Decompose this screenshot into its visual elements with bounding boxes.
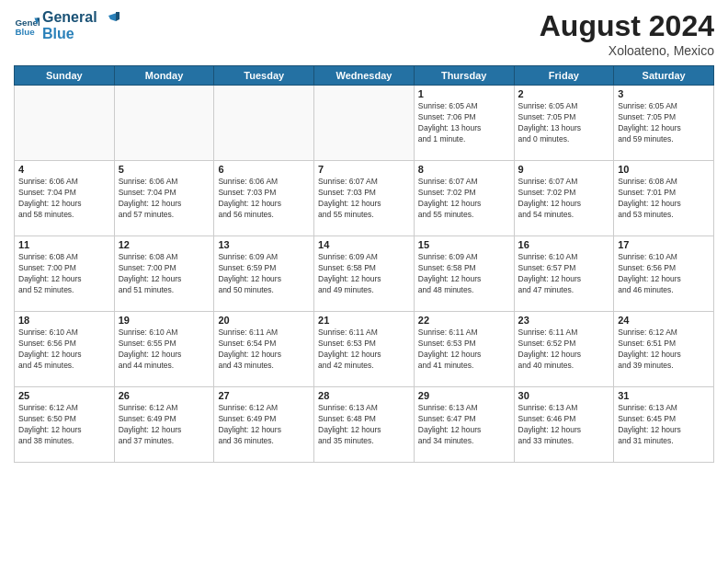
day-number: 22 bbox=[418, 315, 510, 326]
day-number: 6 bbox=[218, 164, 310, 175]
day-info: Sunrise: 6:09 AM Sunset: 6:58 PM Dayligh… bbox=[318, 252, 410, 296]
calendar-cell: 8Sunrise: 6:07 AM Sunset: 7:02 PM Daylig… bbox=[414, 161, 514, 236]
day-info: Sunrise: 6:07 AM Sunset: 7:02 PM Dayligh… bbox=[518, 177, 610, 221]
day-number: 7 bbox=[318, 164, 410, 175]
logo-blue: Blue bbox=[42, 26, 97, 42]
calendar-cell bbox=[214, 86, 314, 161]
day-info: Sunrise: 6:08 AM Sunset: 7:01 PM Dayligh… bbox=[618, 177, 710, 221]
day-info: Sunrise: 6:13 AM Sunset: 6:46 PM Dayligh… bbox=[518, 403, 610, 447]
day-info: Sunrise: 6:12 AM Sunset: 6:50 PM Dayligh… bbox=[18, 403, 110, 447]
day-info: Sunrise: 6:13 AM Sunset: 6:47 PM Dayligh… bbox=[418, 403, 510, 447]
day-number: 29 bbox=[418, 390, 510, 401]
calendar-week-2: 4Sunrise: 6:06 AM Sunset: 7:04 PM Daylig… bbox=[15, 161, 714, 236]
day-number: 9 bbox=[518, 164, 610, 175]
day-number: 30 bbox=[518, 390, 610, 401]
calendar-cell: 25Sunrise: 6:12 AM Sunset: 6:50 PM Dayli… bbox=[15, 387, 115, 463]
calendar-cell: 29Sunrise: 6:13 AM Sunset: 6:47 PM Dayli… bbox=[414, 387, 514, 463]
day-number: 16 bbox=[518, 239, 610, 250]
th-friday: Friday bbox=[514, 66, 614, 86]
day-info: Sunrise: 6:11 AM Sunset: 6:53 PM Dayligh… bbox=[418, 327, 510, 372]
day-number: 12 bbox=[119, 239, 210, 250]
calendar-cell bbox=[15, 86, 115, 161]
calendar-cell: 4Sunrise: 6:06 AM Sunset: 7:04 PM Daylig… bbox=[15, 161, 115, 236]
calendar-cell: 7Sunrise: 6:07 AM Sunset: 7:03 PM Daylig… bbox=[314, 161, 415, 236]
calendar-cell: 17Sunrise: 6:10 AM Sunset: 6:56 PM Dayli… bbox=[614, 236, 714, 312]
calendar-cell: 5Sunrise: 6:06 AM Sunset: 7:04 PM Daylig… bbox=[114, 161, 214, 236]
logo-bird-icon bbox=[99, 12, 119, 32]
calendar-week-3: 11Sunrise: 6:08 AM Sunset: 7:00 PM Dayli… bbox=[15, 236, 714, 312]
calendar-cell: 19Sunrise: 6:10 AM Sunset: 6:55 PM Dayli… bbox=[114, 312, 214, 387]
calendar-cell: 9Sunrise: 6:07 AM Sunset: 7:02 PM Daylig… bbox=[514, 161, 614, 236]
day-info: Sunrise: 6:08 AM Sunset: 7:00 PM Dayligh… bbox=[18, 252, 110, 296]
calendar-cell: 27Sunrise: 6:12 AM Sunset: 6:49 PM Dayli… bbox=[214, 387, 314, 463]
th-wednesday: Wednesday bbox=[314, 66, 415, 86]
calendar-week-4: 18Sunrise: 6:10 AM Sunset: 6:56 PM Dayli… bbox=[15, 312, 714, 387]
calendar-cell: 28Sunrise: 6:13 AM Sunset: 6:48 PM Dayli… bbox=[314, 387, 415, 463]
calendar-cell: 16Sunrise: 6:10 AM Sunset: 6:57 PM Dayli… bbox=[514, 236, 614, 312]
day-number: 11 bbox=[18, 239, 110, 250]
logo-icon: General Blue bbox=[14, 13, 40, 39]
calendar-cell: 26Sunrise: 6:12 AM Sunset: 6:49 PM Dayli… bbox=[114, 387, 214, 463]
day-number: 24 bbox=[618, 315, 710, 326]
logo-general: General bbox=[42, 9, 97, 26]
day-info: Sunrise: 6:09 AM Sunset: 6:58 PM Dayligh… bbox=[418, 252, 510, 296]
day-number: 13 bbox=[218, 239, 310, 250]
days-row: Sunday Monday Tuesday Wednesday Thursday… bbox=[15, 66, 714, 86]
svg-text:Blue: Blue bbox=[15, 26, 35, 36]
calendar-table: Sunday Monday Tuesday Wednesday Thursday… bbox=[14, 65, 714, 463]
calendar-cell: 12Sunrise: 6:08 AM Sunset: 7:00 PM Dayli… bbox=[114, 236, 214, 312]
calendar-cell: 10Sunrise: 6:08 AM Sunset: 7:01 PM Dayli… bbox=[614, 161, 714, 236]
calendar-container: General Blue General Blue August 2024 Xo… bbox=[0, 0, 728, 563]
day-number: 10 bbox=[618, 164, 710, 175]
day-number: 23 bbox=[518, 315, 610, 326]
day-number: 1 bbox=[418, 88, 510, 99]
day-info: Sunrise: 6:11 AM Sunset: 6:52 PM Dayligh… bbox=[518, 327, 610, 372]
day-number: 4 bbox=[18, 164, 110, 175]
calendar-cell: 21Sunrise: 6:11 AM Sunset: 6:53 PM Dayli… bbox=[314, 312, 415, 387]
day-number: 3 bbox=[618, 88, 710, 99]
day-number: 31 bbox=[618, 390, 710, 401]
day-number: 15 bbox=[418, 239, 510, 250]
header: General Blue General Blue August 2024 Xo… bbox=[14, 9, 714, 58]
day-number: 14 bbox=[318, 239, 410, 250]
calendar-week-5: 25Sunrise: 6:12 AM Sunset: 6:50 PM Dayli… bbox=[15, 387, 714, 463]
day-info: Sunrise: 6:11 AM Sunset: 6:53 PM Dayligh… bbox=[318, 327, 410, 372]
svg-marker-5 bbox=[116, 12, 119, 21]
calendar-cell: 14Sunrise: 6:09 AM Sunset: 6:58 PM Dayli… bbox=[314, 236, 415, 312]
calendar-cell: 20Sunrise: 6:11 AM Sunset: 6:54 PM Dayli… bbox=[214, 312, 314, 387]
day-info: Sunrise: 6:05 AM Sunset: 7:05 PM Dayligh… bbox=[518, 101, 610, 145]
logo: General Blue General Blue bbox=[14, 9, 119, 41]
day-info: Sunrise: 6:05 AM Sunset: 7:06 PM Dayligh… bbox=[418, 101, 510, 145]
day-number: 5 bbox=[119, 164, 210, 175]
day-info: Sunrise: 6:11 AM Sunset: 6:54 PM Dayligh… bbox=[218, 327, 310, 372]
calendar-cell: 30Sunrise: 6:13 AM Sunset: 6:46 PM Dayli… bbox=[514, 387, 614, 463]
day-number: 18 bbox=[18, 315, 110, 326]
day-number: 21 bbox=[318, 315, 410, 326]
day-info: Sunrise: 6:12 AM Sunset: 6:49 PM Dayligh… bbox=[119, 403, 210, 447]
calendar-cell: 3Sunrise: 6:05 AM Sunset: 7:05 PM Daylig… bbox=[614, 86, 714, 161]
day-number: 25 bbox=[18, 390, 110, 401]
calendar-cell: 13Sunrise: 6:09 AM Sunset: 6:59 PM Dayli… bbox=[214, 236, 314, 312]
title-block: August 2024 Xoloateno, Mexico bbox=[540, 9, 714, 58]
day-number: 19 bbox=[119, 315, 210, 326]
th-thursday: Thursday bbox=[414, 66, 514, 86]
day-info: Sunrise: 6:10 AM Sunset: 6:55 PM Dayligh… bbox=[119, 327, 210, 372]
th-saturday: Saturday bbox=[614, 66, 714, 86]
calendar-cell: 22Sunrise: 6:11 AM Sunset: 6:53 PM Dayli… bbox=[414, 312, 514, 387]
location: Xoloateno, Mexico bbox=[540, 43, 714, 58]
day-info: Sunrise: 6:06 AM Sunset: 7:04 PM Dayligh… bbox=[18, 177, 110, 221]
calendar-week-1: 1Sunrise: 6:05 AM Sunset: 7:06 PM Daylig… bbox=[15, 86, 714, 161]
day-info: Sunrise: 6:06 AM Sunset: 7:03 PM Dayligh… bbox=[218, 177, 310, 221]
day-info: Sunrise: 6:10 AM Sunset: 6:56 PM Dayligh… bbox=[18, 327, 110, 372]
calendar-cell: 23Sunrise: 6:11 AM Sunset: 6:52 PM Dayli… bbox=[514, 312, 614, 387]
calendar-cell: 31Sunrise: 6:13 AM Sunset: 6:45 PM Dayli… bbox=[614, 387, 714, 463]
day-info: Sunrise: 6:07 AM Sunset: 7:03 PM Dayligh… bbox=[318, 177, 410, 221]
day-info: Sunrise: 6:13 AM Sunset: 6:45 PM Dayligh… bbox=[618, 403, 710, 447]
day-info: Sunrise: 6:13 AM Sunset: 6:48 PM Dayligh… bbox=[318, 403, 410, 447]
day-info: Sunrise: 6:12 AM Sunset: 6:51 PM Dayligh… bbox=[618, 327, 710, 372]
month-title: August 2024 bbox=[540, 9, 714, 43]
day-number: 27 bbox=[218, 390, 310, 401]
day-number: 28 bbox=[318, 390, 410, 401]
calendar-cell bbox=[314, 86, 415, 161]
day-info: Sunrise: 6:12 AM Sunset: 6:49 PM Dayligh… bbox=[218, 403, 310, 447]
